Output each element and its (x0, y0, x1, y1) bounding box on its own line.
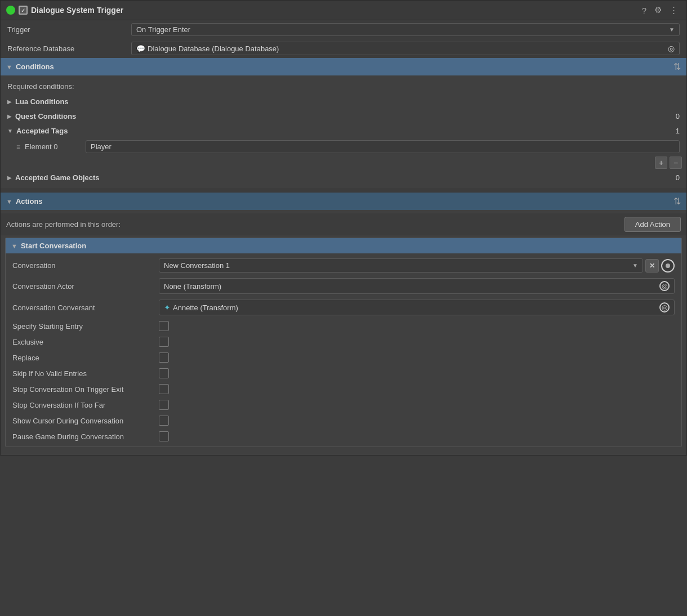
conversation-conversant-label: Conversation Conversant (12, 303, 159, 312)
actions-performed-label: Actions are performed in this order: (6, 220, 624, 229)
start-conversation-header[interactable]: ▼ Start Conversation (6, 238, 681, 253)
enabled-checkbox[interactable] (19, 6, 28, 15)
conversation-actor-row: Conversation Actor None (Transform) (6, 275, 681, 297)
conditions-section-header[interactable]: ▼ Conditions ⇅ (1, 58, 686, 75)
actor-target-icon[interactable] (659, 281, 670, 291)
settings-button[interactable]: ⚙ (652, 4, 664, 16)
conv-dropdown-arrow: ▼ (632, 262, 638, 269)
target-conversation-button[interactable] (661, 259, 675, 273)
header-bar: Dialogue System Trigger ? ⚙ ⋮ (1, 1, 686, 20)
element-0-input[interactable] (86, 140, 680, 153)
start-conversation-block: ▼ Start Conversation Conversation New Co… (5, 238, 682, 447)
actions-adjust[interactable]: ⇅ (673, 196, 681, 207)
trigger-dropdown-arrow: ▼ (669, 26, 675, 33)
start-conv-title: Start Conversation (21, 242, 676, 250)
trigger-row: Trigger On Trigger Enter ▼ (1, 20, 686, 39)
conditions-title: Conditions (16, 63, 669, 71)
pause-game-during-conversation-row: Pause Game During Conversation (6, 428, 681, 444)
trigger-control: On Trigger Enter ▼ (131, 23, 680, 36)
accepted-tags-count: 1 (676, 127, 680, 135)
conversation-label: Conversation (12, 261, 159, 270)
quest-conditions-row[interactable]: ▶ Quest Conditions 0 (1, 109, 686, 123)
help-button[interactable]: ? (639, 4, 649, 16)
database-icon: 💬 (136, 44, 145, 53)
target-icon[interactable]: ◎ (668, 44, 675, 53)
start-conv-arrow: ▼ (11, 243, 17, 249)
accepted-game-objects-row[interactable]: ▶ Accepted Game Objects 0 (1, 170, 686, 185)
toggle-icon[interactable] (6, 6, 15, 15)
pause-game-during-conversation-checkbox[interactable] (159, 431, 169, 441)
add-remove-row: + − (1, 155, 686, 170)
add-action-button[interactable]: Add Action (624, 217, 681, 232)
lua-conditions-label: Lua Conditions (15, 97, 69, 106)
lua-conditions-row[interactable]: ▶ Lua Conditions (1, 94, 686, 109)
conversant-target-icon[interactable] (659, 302, 670, 313)
conversation-actor-value[interactable]: None (Transform) (159, 278, 675, 294)
show-cursor-during-conversation-label: Show Cursor During Conversation (12, 417, 159, 425)
element-0-label: Element 0 (25, 142, 81, 151)
conditions-arrow: ▼ (6, 64, 12, 70)
menu-button[interactable]: ⋮ (667, 4, 681, 16)
component-title: Dialogue System Trigger (31, 6, 123, 15)
replace-checkbox[interactable] (159, 352, 169, 363)
accepted-tags-row[interactable]: ▼ Accepted Tags 1 (1, 123, 686, 138)
reference-database-label: Reference Database (7, 44, 131, 53)
accepted-tags-label: Accepted Tags (16, 127, 68, 135)
conversation-conversant-value[interactable]: ✦ Annette (Transform) (159, 300, 675, 315)
stop-conversation-if-too-far-row: Stop Conversation If Too Far (6, 397, 681, 413)
conversation-field-row: Conversation New Conversation 1 ▼ ✕ (6, 256, 681, 275)
stop-conversation-if-too-far-label: Stop Conversation If Too Far (12, 401, 159, 409)
stop-conversation-on-trigger-exit-row: Stop Conversation On Trigger Exit (6, 381, 681, 397)
add-tag-button[interactable]: + (655, 157, 667, 169)
actions-arrow: ▼ (6, 198, 12, 205)
annette-icon: ✦ Annette (Transform) (164, 303, 238, 312)
specify-starting-entry-row: Specify Starting Entry (6, 318, 681, 334)
trigger-dropdown[interactable]: On Trigger Enter ▼ (131, 23, 680, 36)
reference-database-dropdown[interactable]: 💬 Dialogue Database (Dialogue Database) … (131, 42, 680, 55)
accepted-tags-element-0: ≡ Element 0 (1, 138, 686, 155)
reference-database-control: 💬 Dialogue Database (Dialogue Database) … (131, 42, 680, 55)
clear-conversation-button[interactable]: ✕ (645, 259, 659, 273)
skip-if-no-valid-entries-checkbox[interactable] (159, 368, 169, 378)
exclusive-row: Exclusive (6, 334, 681, 350)
conversation-dropdown[interactable]: New Conversation 1 ▼ (159, 258, 643, 273)
accepted-objects-label: Accepted Game Objects (15, 173, 100, 182)
replace-label: Replace (12, 354, 159, 362)
main-panel: Dialogue System Trigger ? ⚙ ⋮ Trigger On… (0, 0, 687, 456)
actions-header-row: Actions are performed in this order: Add… (1, 213, 686, 235)
quest-conditions-label: Quest Conditions (15, 112, 76, 120)
reference-database-row: Reference Database 💬 Dialogue Database (… (1, 39, 686, 58)
accepted-tags-arrow: ▼ (7, 128, 13, 134)
specify-starting-entry-label: Specify Starting Entry (12, 322, 159, 331)
person-icon: ✦ (164, 303, 171, 312)
drag-handle[interactable]: ≡ (16, 143, 20, 151)
skip-if-no-valid-entries-label: Skip If No Valid Entries (12, 369, 159, 378)
conversation-actor-label: Conversation Actor (12, 282, 159, 291)
show-cursor-during-conversation-checkbox[interactable] (159, 416, 169, 426)
header-icons: ? ⚙ ⋮ (639, 4, 681, 16)
stop-conversation-on-trigger-exit-checkbox[interactable] (159, 384, 169, 394)
accepted-objects-count: 0 (676, 173, 680, 182)
quest-collapse-arrow: ▶ (7, 113, 12, 119)
conversation-conversant-row: Conversation Conversant ✦ Annette (Trans… (6, 297, 681, 318)
conversation-control: New Conversation 1 ▼ ✕ (159, 258, 675, 273)
start-conversation-content: Conversation New Conversation 1 ▼ ✕ (6, 253, 681, 447)
actions-section-header[interactable]: ▼ Actions ⇅ (1, 193, 686, 210)
replace-row: Replace (6, 350, 681, 365)
accepted-objects-arrow: ▶ (7, 175, 12, 181)
remove-tag-button[interactable]: − (670, 157, 682, 169)
lua-collapse-arrow: ▶ (7, 99, 12, 105)
show-cursor-during-conversation-row: Show Cursor During Conversation (6, 413, 681, 428)
trigger-label: Trigger (7, 25, 131, 34)
conditions-content: Required conditions: ▶ Lua Conditions ▶ … (1, 75, 686, 188)
actions-title: Actions (16, 197, 669, 206)
quest-conditions-count: 0 (676, 112, 680, 120)
exclusive-checkbox[interactable] (159, 337, 169, 347)
skip-if-no-valid-entries-row: Skip If No Valid Entries (6, 365, 681, 381)
exclusive-label: Exclusive (12, 338, 159, 346)
stop-conversation-if-too-far-checkbox[interactable] (159, 400, 169, 410)
actions-content: Actions are performed in this order: Add… (1, 210, 686, 455)
conditions-adjust[interactable]: ⇅ (673, 61, 681, 72)
specify-starting-entry-checkbox[interactable] (159, 321, 169, 331)
pause-game-during-conversation-label: Pause Game During Conversation (12, 432, 159, 441)
